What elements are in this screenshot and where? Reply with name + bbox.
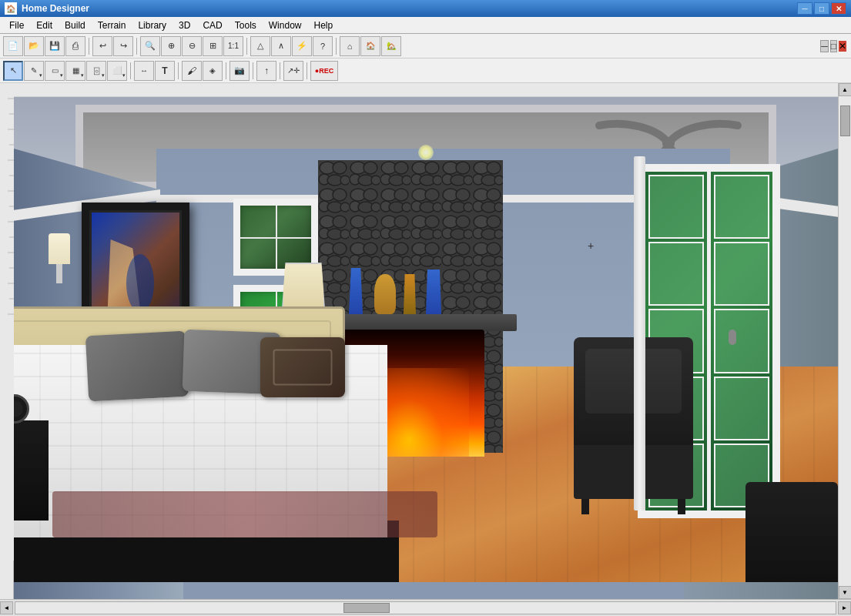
scroll-up-arrow[interactable]: ▲: [839, 83, 852, 96]
viewport[interactable]: +: [14, 83, 838, 599]
wall-sconce: [49, 233, 70, 283]
separator-4: [336, 38, 337, 55]
up-arrow-button[interactable]: △: [250, 36, 270, 56]
inner-close-button[interactable]: ✕: [839, 41, 846, 52]
separator-3: [246, 38, 247, 55]
toolbar-tools: ↖ ✎ ▭ ▦ ⌻ ⬜ ↔ T 🖌 ◈ 📷 ↑ ↗✛ ●REC: [0, 59, 851, 83]
scroll-thumb-vertical[interactable]: [840, 105, 850, 136]
menu-terrain[interactable]: Terrain: [92, 18, 132, 32]
door-handle: [729, 330, 736, 345]
inner-maximize-button[interactable]: □: [830, 40, 837, 52]
menu-3d[interactable]: 3D: [173, 18, 196, 32]
menu-edit[interactable]: Edit: [30, 18, 59, 32]
save-button[interactable]: 💾: [45, 36, 65, 56]
menu-help[interactable]: Help: [307, 18, 339, 32]
roof2-icon: 🏠: [366, 42, 375, 50]
scrollbar-vertical[interactable]: ▲ ▼: [838, 83, 851, 599]
paint-button[interactable]: 🖌: [182, 61, 202, 81]
up-arrow-icon: △: [257, 41, 263, 51]
vase-3: [404, 274, 416, 314]
vase-1: [349, 268, 363, 314]
move-up-button[interactable]: ↑: [256, 61, 276, 81]
zoom-in-icon: ⊕: [168, 41, 175, 51]
record-button[interactable]: ●REC: [310, 61, 338, 81]
open-icon: 📂: [28, 41, 39, 51]
camera-button[interactable]: 📷: [230, 61, 250, 81]
separator-2: [136, 38, 137, 55]
separator-7: [226, 62, 226, 79]
arc-button[interactable]: ∧: [271, 36, 291, 56]
menu-build[interactable]: Build: [59, 18, 92, 32]
door-icon: ⌻: [94, 65, 99, 76]
print-button[interactable]: ⎙: [65, 36, 85, 56]
undo-button[interactable]: ↩: [92, 36, 112, 56]
window-tool-icon: ⬜: [112, 66, 122, 75]
material-button[interactable]: ◈: [203, 61, 223, 81]
scrollbar-horizontal[interactable]: [15, 601, 836, 614]
help-button[interactable]: ?: [313, 36, 333, 56]
new-icon: 📄: [8, 41, 18, 51]
menu-tools[interactable]: Tools: [229, 18, 263, 32]
roof3-button[interactable]: 🏡: [381, 36, 401, 56]
select-tool-button[interactable]: ↗✛: [283, 61, 303, 81]
dimension-button[interactable]: ↔: [134, 61, 154, 81]
camera-icon: 📷: [234, 65, 245, 75]
door-trim-right: [634, 156, 645, 511]
menu-library[interactable]: Library: [132, 18, 173, 32]
menu-cad[interactable]: CAD: [196, 18, 228, 32]
edit-tool-button[interactable]: ✎: [24, 61, 44, 81]
pointer-tool-button[interactable]: ↖: [3, 61, 23, 81]
scroll-left-arrow[interactable]: ◄: [0, 601, 13, 614]
redo-button[interactable]: ↪: [113, 36, 133, 56]
wall-tool-button[interactable]: ▭: [45, 61, 65, 81]
scroll-right-arrow[interactable]: ►: [838, 601, 851, 614]
separator-5: [130, 62, 131, 79]
minimize-button[interactable]: ─: [797, 2, 812, 15]
separator-10: [307, 62, 307, 79]
roof2-button[interactable]: 🏠: [360, 36, 380, 56]
scroll-down-arrow[interactable]: ▼: [839, 586, 852, 599]
fill-window-button[interactable]: ⊞: [203, 36, 223, 56]
actual-size-button[interactable]: 1:1: [223, 36, 243, 56]
lightning-icon: ⚡: [297, 41, 307, 51]
zoom-fit-button[interactable]: 🔍: [140, 36, 160, 56]
toolbar-main: 📄 📂 💾 ⎙ ↩ ↪ 🔍 ⊕ ⊖ ⊞ 1:1 △ ∧ ⚡ ? ⌂: [0, 34, 851, 59]
crosshair-cursor: +: [584, 239, 598, 253]
record-icon: ●REC: [315, 67, 333, 75]
menu-window[interactable]: Window: [263, 18, 308, 32]
nightstand-left: [14, 420, 49, 521]
room-scene: +: [14, 83, 838, 599]
inner-minimize-button[interactable]: ─: [820, 40, 829, 52]
separator-9: [280, 62, 280, 79]
menu-file[interactable]: File: [3, 18, 30, 32]
maximize-button[interactable]: □: [814, 2, 829, 15]
lightning-button[interactable]: ⚡: [292, 36, 312, 56]
save-icon: 💾: [49, 41, 60, 51]
close-button[interactable]: ✕: [831, 2, 846, 15]
zoom-out-icon: ⊖: [189, 41, 196, 51]
roof1-button[interactable]: ⌂: [340, 36, 360, 56]
bottom-bar: ◄ ►: [0, 599, 851, 616]
menu-bar: File Edit Build Terrain Library 3D CAD T…: [0, 17, 851, 34]
door-tool-button[interactable]: ⌻: [86, 61, 106, 81]
wall-icon: ▭: [52, 66, 59, 75]
zoom-fit-icon: 🔍: [145, 41, 156, 51]
room-tool-button[interactable]: ▦: [65, 61, 85, 81]
window-tool-button[interactable]: ⬜: [107, 61, 127, 81]
new-button[interactable]: 📄: [3, 36, 23, 56]
app-title: Home Designer: [22, 3, 797, 14]
paint-icon: 🖌: [187, 65, 196, 76]
roof1-icon: ⌂: [347, 42, 353, 51]
zoom-out-button[interactable]: ⊖: [182, 36, 202, 56]
zoom-in-button[interactable]: ⊕: [161, 36, 181, 56]
undo-icon: ↩: [99, 41, 106, 51]
scroll-track-vertical[interactable]: [839, 96, 852, 586]
separator-8: [253, 62, 253, 79]
scroll-thumb-horizontal[interactable]: [343, 603, 390, 613]
open-button[interactable]: 📂: [24, 36, 44, 56]
roof3-icon: 🏡: [387, 42, 396, 50]
pillow-3: [260, 337, 345, 397]
armchair-right-edge: [745, 482, 838, 582]
window-controls: ─ □ ✕: [797, 2, 846, 15]
text-button[interactable]: T: [155, 61, 175, 81]
